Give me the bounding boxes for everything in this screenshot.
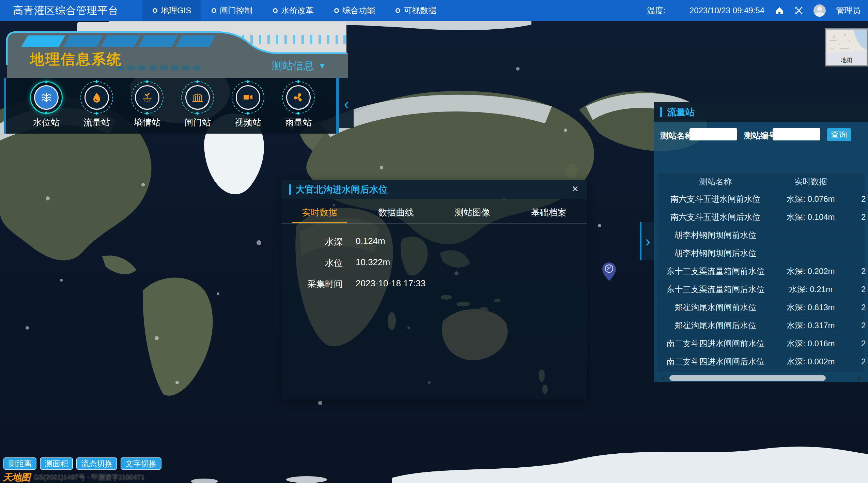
gis-panel-title: 地理信息系统 (30, 50, 122, 69)
realtime-fields: 水深 0.124m 水位 10.322m 采集时间 2023-10-18 17:… (281, 236, 587, 290)
cell-station-name: 东十三支渠流量箱闸后水位 (657, 284, 773, 295)
topbar-right: 温度: 2023/10/23 09:49:54 管理员 (647, 0, 861, 21)
query-button[interactable]: 查询 (827, 128, 851, 141)
cell-realtime-value: 水深: 0.613m (773, 302, 848, 313)
scroll-right-icon[interactable]: ▶ (856, 374, 864, 382)
top-bar: 高青灌区综合管理平台 地理GIS 闸门控制 水价改革 综合功能 可视数据 (0, 0, 868, 21)
cell-station-name: 南六支斗五进水闸前水位 (657, 194, 773, 205)
table-row[interactable]: 郑崔沟尾水闸闸前水位 水深: 0.613m 2 (657, 299, 865, 317)
cell-clipped-time: 2 (861, 194, 868, 204)
station-type-list: 水位站 流量站 (26, 81, 319, 129)
scrollbar-track[interactable] (666, 375, 856, 381)
flow-icon (91, 91, 103, 104)
fullscreen-icon[interactable] (794, 6, 803, 15)
tab-basic-archive[interactable]: 基础档案 (511, 207, 587, 223)
datetime: 2023/10/23 09:49:54 (689, 6, 764, 15)
station-code-label: 测站编号 (744, 130, 777, 141)
nav-item-water-price[interactable]: 水价改革 (263, 0, 324, 21)
table-row[interactable]: 胡李村钢闸坝闸前水位 (657, 226, 865, 244)
station-type-water-level[interactable]: 水位站 (26, 81, 67, 129)
table-row[interactable]: 南二支斗四进水闸闸后水位 水深: 0.002m 2 (657, 353, 865, 371)
flow-station-panel: 流量站 测站名称 测站编号 查询 测站名称 实时数据 南六支斗五进水闸前水位 水… (654, 102, 868, 382)
table-row[interactable]: 郑崔沟尾水闸闸后水位 水深: 0.317m 2 (657, 317, 865, 335)
station-type-label: 闸门站 (184, 117, 211, 129)
scroll-left-icon[interactable]: ◀ (658, 374, 666, 382)
station-name-input[interactable] (689, 128, 737, 140)
flow-panel-body: 测站名称 测站编号 查询 测站名称 实时数据 南六支斗五进水闸前水位 水深: 0… (654, 122, 868, 382)
cell-station-name: 南二支斗四进水闸闸后水位 (657, 356, 773, 367)
measure-distance-button[interactable]: 测距离 (3, 457, 36, 470)
rain-icon (292, 91, 305, 104)
popup-header: 大官北沟进水闸后水位 ✕ (281, 180, 587, 199)
station-info-dropdown[interactable]: 测站信息 ▼ (272, 59, 326, 73)
col-header-name: 测站名称 (657, 176, 773, 187)
field-water-depth: 水深 0.124m (281, 236, 587, 248)
station-ring (181, 81, 214, 114)
home-icon[interactable] (775, 6, 784, 15)
station-type-video[interactable]: 视频站 (228, 81, 268, 129)
cell-realtime-value: 水深: 0.21m (773, 284, 848, 295)
station-type-gate[interactable]: 闸门站 (177, 81, 218, 129)
close-icon[interactable]: ✕ (572, 184, 579, 194)
flow-panel-header: 流量站 (654, 102, 868, 122)
cell-clipped-time: 2 (861, 267, 868, 276)
scrollbar-thumb[interactable] (669, 375, 826, 381)
col-header-realtime: 实时数据 (773, 176, 848, 187)
cell-realtime-value: 水深: 0.002m (773, 356, 848, 367)
cell-station-name: 南六支斗五进水闸后水位 (657, 212, 773, 223)
station-map-pin[interactable] (602, 262, 617, 282)
flow-panel-expand-button[interactable]: › (640, 222, 654, 260)
table-row[interactable]: 东十三支渠流量箱闸后水位 水深: 0.21m 2 (657, 281, 865, 299)
cell-station-name: 东十三支渠流量箱闸前水位 (657, 266, 773, 277)
tab-data-curve[interactable]: 数据曲线 (358, 207, 434, 223)
table-row[interactable]: 南六支斗五进水闸前水位 水深: 0.076m 2 (657, 190, 865, 208)
horizontal-scrollbar: ◀ ▶ (658, 374, 864, 382)
measure-area-button[interactable]: 测面积 (40, 457, 73, 470)
nav-item-gate-control[interactable]: 闸门控制 (201, 0, 263, 21)
cell-clipped-time: 2 (861, 285, 868, 294)
user-name[interactable]: 管理员 (836, 5, 861, 16)
station-type-rain[interactable]: 雨量站 (278, 81, 319, 129)
map-tools: 测距离 测面积 流态切换 文字切换 (3, 457, 161, 470)
field-label: 采集时间 (281, 278, 343, 290)
tab-realtime-data[interactable]: 实时数据 (281, 207, 358, 223)
main-nav: 地理GIS 闸门控制 水价改革 综合功能 可视数据 (142, 0, 447, 21)
station-type-soil-moisture[interactable]: 墒情站 (127, 81, 168, 129)
cell-station-name: 胡李村钢闸坝闸前水位 (657, 230, 773, 241)
station-ring (80, 81, 113, 114)
text-toggle-button[interactable]: 文字切换 (121, 457, 161, 470)
minimap[interactable]: 地图 (826, 29, 867, 65)
popup-title: 大官北沟进水闸后水位 (296, 183, 388, 196)
field-collect-time: 采集时间 2023-10-18 17:33 (281, 278, 587, 290)
gis-panel-collapse-button[interactable]: ‹ (339, 80, 354, 128)
user-avatar[interactable] (813, 4, 826, 17)
station-type-flow[interactable]: 流量站 (76, 81, 117, 129)
station-ring (282, 81, 315, 114)
cell-realtime-value: 水深: 0.202m (773, 266, 848, 277)
station-ring (30, 81, 63, 114)
total-count: 共 865 条 (659, 381, 691, 382)
jump-label: 到第 (788, 381, 803, 382)
station-info-dropdown-label: 测站信息 (272, 59, 314, 73)
table-row[interactable]: 东十三支渠流量箱闸前水位 水深: 0.202m 2 (657, 262, 865, 281)
nav-label: 可视数据 (404, 5, 436, 16)
nav-item-comprehensive[interactable]: 综合功能 (324, 0, 385, 21)
nav-item-visual-data[interactable]: 可视数据 (385, 0, 447, 21)
nav-item-gis[interactable]: 地理GIS (142, 0, 201, 21)
popup-body: 实时数据 数据曲线 测站图像 基础档案 水深 0.124m 水位 10.322m… (281, 199, 587, 399)
table-header-row: 测站名称 实时数据 (657, 173, 865, 190)
nav-label: 综合功能 (342, 5, 375, 16)
gate-icon (191, 91, 204, 104)
station-code-input[interactable] (773, 128, 820, 140)
station-type-label: 视频站 (235, 117, 261, 129)
app-title: 高青灌区综合管理平台 (13, 4, 119, 18)
table-row[interactable]: 南六支斗五进水闸后水位 水深: 0.104m 2 (657, 208, 865, 226)
field-label: 水位 (281, 257, 343, 269)
field-value: 10.322m (356, 257, 390, 269)
table-row[interactable]: 胡李村钢闸坝闸后水位 (657, 244, 865, 262)
station-type-label: 墒情站 (134, 117, 160, 129)
flow-state-toggle-button[interactable]: 流态切换 (76, 457, 117, 470)
tab-station-image[interactable]: 测站图像 (434, 207, 511, 223)
nav-label: 地理GIS (161, 5, 191, 16)
table-row[interactable]: 南二支斗四进水闸闸前水位 水深: 0.016m 2 (657, 335, 865, 353)
